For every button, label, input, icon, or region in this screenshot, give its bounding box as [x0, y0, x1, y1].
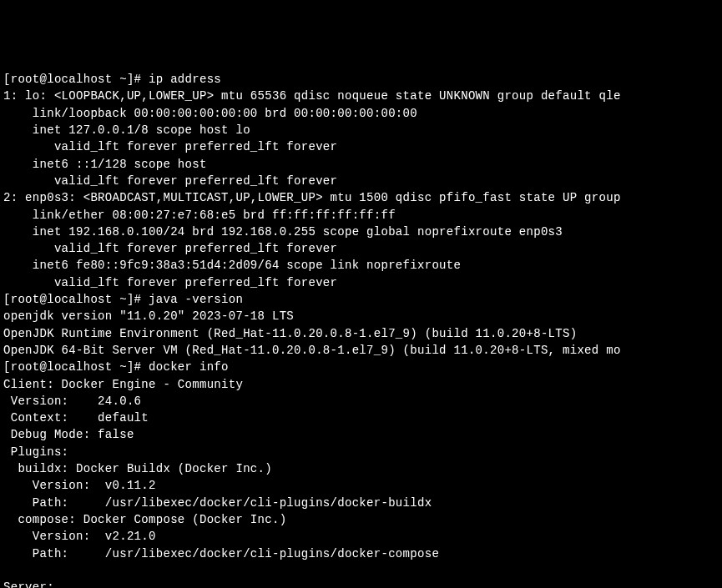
output-line: inet 192.168.0.100/24 brd 192.168.0.255 … — [3, 225, 563, 239]
command-docker: docker info — [149, 360, 229, 374]
output-line: valid_lft forever preferred_lft forever — [3, 174, 337, 188]
output-line: valid_lft forever preferred_lft forever — [3, 242, 337, 255]
output-line: Server: — [3, 580, 54, 588]
output-line: inet6 ::1/128 scope host — [3, 158, 207, 171]
output-line: OpenJDK 64-Bit Server VM (Red_Hat-11.0.2… — [3, 344, 621, 357]
output-line: inet6 fe80::9fc9:38a3:51d4:2d09/64 scope… — [3, 259, 461, 272]
output-line: 2: enp0s3: <BROADCAST,MULTICAST,UP,LOWER… — [3, 191, 621, 204]
output-line: openjdk version "11.0.20" 2023-07-18 LTS — [3, 309, 294, 323]
prompt: [root@localhost ~]# — [3, 73, 149, 86]
output-line: OpenJDK Runtime Environment (Red_Hat-11.… — [3, 327, 577, 340]
output-line: compose: Docker Compose (Docker Inc.) — [3, 513, 286, 526]
terminal-output: [root@localhost ~]# ip address 1: lo: <L… — [3, 71, 719, 588]
output-line: Client: Docker Engine - Community — [3, 378, 243, 391]
output-line: Debug Mode: false — [3, 428, 134, 441]
output-line: inet 127.0.0.1/8 scope host lo — [3, 123, 250, 137]
output-line: Version: v0.11.2 — [3, 479, 156, 492]
output-line: Context: default — [3, 411, 149, 425]
command-ip: ip address — [149, 73, 221, 86]
output-line: link/ether 08:00:27:e7:68:e5 brd ff:ff:f… — [3, 209, 396, 222]
prompt: [root@localhost ~]# — [3, 360, 149, 374]
output-line: Path: /usr/libexec/docker/cli-plugins/do… — [3, 547, 439, 560]
output-line: link/loopback 00:00:00:00:00:00 brd 00:0… — [3, 107, 417, 120]
output-line: Path: /usr/libexec/docker/cli-plugins/do… — [3, 496, 432, 510]
output-line: 1: lo: <LOOPBACK,UP,LOWER_UP> mtu 65536 … — [3, 89, 621, 103]
output-line: valid_lft forever preferred_lft forever — [3, 140, 337, 153]
output-line: buildx: Docker Buildx (Docker Inc.) — [3, 462, 272, 475]
output-line: Plugins: — [3, 445, 68, 459]
output-line: valid_lft forever preferred_lft forever — [3, 276, 337, 289]
command-java: java -version — [149, 293, 243, 306]
output-line: Version: v2.21.0 — [3, 530, 156, 543]
output-line: Version: 24.0.6 — [3, 395, 141, 408]
prompt: [root@localhost ~]# — [3, 293, 149, 306]
